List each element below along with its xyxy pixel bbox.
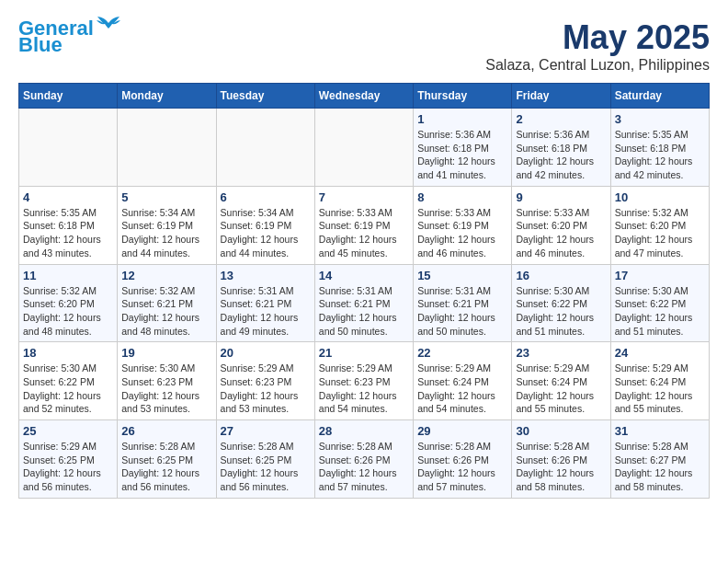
day-info: Sunrise: 5:28 AM Sunset: 6:25 PM Dayligh… <box>121 440 211 494</box>
calendar-cell: 22Sunrise: 5:29 AM Sunset: 6:24 PM Dayli… <box>414 342 512 420</box>
calendar-cell: 14Sunrise: 5:31 AM Sunset: 6:21 PM Dayli… <box>314 264 413 342</box>
day-number: 23 <box>516 346 606 360</box>
day-info: Sunrise: 5:33 AM Sunset: 6:20 PM Dayligh… <box>516 206 606 260</box>
day-info: Sunrise: 5:29 AM Sunset: 6:24 PM Dayligh… <box>615 362 705 416</box>
day-number: 21 <box>319 346 409 360</box>
calendar-cell: 30Sunrise: 5:28 AM Sunset: 6:26 PM Dayli… <box>512 420 610 499</box>
calendar-week-4: 18Sunrise: 5:30 AM Sunset: 6:22 PM Dayli… <box>19 342 710 420</box>
title-area: May 2025 Salaza, Central Luzon, Philippi… <box>485 18 710 74</box>
day-number: 12 <box>121 269 211 282</box>
calendar-cell: 7Sunrise: 5:33 AM Sunset: 6:19 PM Daylig… <box>314 186 413 264</box>
calendar-cell: 17Sunrise: 5:30 AM Sunset: 6:22 PM Dayli… <box>610 264 709 342</box>
calendar-cell: 28Sunrise: 5:28 AM Sunset: 6:26 PM Dayli… <box>314 420 413 499</box>
day-number: 8 <box>417 190 507 204</box>
day-info: Sunrise: 5:34 AM Sunset: 6:19 PM Dayligh… <box>121 206 211 260</box>
calendar-table: SundayMondayTuesdayWednesdayThursdayFrid… <box>18 83 710 499</box>
day-info: Sunrise: 5:28 AM Sunset: 6:26 PM Dayligh… <box>417 440 507 494</box>
day-info: Sunrise: 5:30 AM Sunset: 6:22 PM Dayligh… <box>516 284 606 339</box>
day-number: 18 <box>23 346 113 360</box>
calendar-cell: 8Sunrise: 5:33 AM Sunset: 6:19 PM Daylig… <box>414 186 512 264</box>
day-number: 25 <box>23 424 113 438</box>
day-info: Sunrise: 5:30 AM Sunset: 6:22 PM Dayligh… <box>23 362 113 416</box>
calendar-cell <box>19 109 118 187</box>
subtitle: Salaza, Central Luzon, Philippines <box>485 57 710 74</box>
header-friday: Friday <box>512 84 610 109</box>
header-sunday: Sunday <box>19 84 118 109</box>
header-wednesday: Wednesday <box>314 84 413 109</box>
day-info: Sunrise: 5:30 AM Sunset: 6:22 PM Dayligh… <box>615 284 705 339</box>
calendar-cell: 1Sunrise: 5:36 AM Sunset: 6:18 PM Daylig… <box>414 109 512 187</box>
day-number: 14 <box>319 269 409 282</box>
day-info: Sunrise: 5:31 AM Sunset: 6:21 PM Dayligh… <box>319 284 409 339</box>
main-title: May 2025 <box>485 18 710 57</box>
day-info: Sunrise: 5:28 AM Sunset: 6:26 PM Dayligh… <box>319 440 409 494</box>
day-number: 4 <box>23 190 113 204</box>
calendar-week-5: 25Sunrise: 5:29 AM Sunset: 6:25 PM Dayli… <box>19 420 710 499</box>
header-thursday: Thursday <box>414 84 512 109</box>
calendar-cell: 21Sunrise: 5:29 AM Sunset: 6:23 PM Dayli… <box>314 342 413 420</box>
day-number: 13 <box>221 269 311 282</box>
calendar-cell: 4Sunrise: 5:35 AM Sunset: 6:18 PM Daylig… <box>19 186 118 264</box>
header-saturday: Saturday <box>610 84 709 109</box>
day-info: Sunrise: 5:28 AM Sunset: 6:26 PM Dayligh… <box>516 440 606 494</box>
calendar-cell: 31Sunrise: 5:28 AM Sunset: 6:27 PM Dayli… <box>610 420 709 499</box>
calendar-cell: 9Sunrise: 5:33 AM Sunset: 6:20 PM Daylig… <box>512 186 610 264</box>
day-info: Sunrise: 5:31 AM Sunset: 6:21 PM Dayligh… <box>221 284 311 339</box>
calendar-cell <box>118 109 216 187</box>
day-info: Sunrise: 5:35 AM Sunset: 6:18 PM Dayligh… <box>615 128 705 182</box>
day-number: 24 <box>615 346 705 360</box>
calendar-week-3: 11Sunrise: 5:32 AM Sunset: 6:20 PM Dayli… <box>19 264 710 342</box>
calendar-cell: 6Sunrise: 5:34 AM Sunset: 6:19 PM Daylig… <box>216 186 314 264</box>
day-info: Sunrise: 5:30 AM Sunset: 6:23 PM Dayligh… <box>121 362 211 416</box>
day-info: Sunrise: 5:32 AM Sunset: 6:21 PM Dayligh… <box>121 284 211 339</box>
day-info: Sunrise: 5:29 AM Sunset: 6:23 PM Dayligh… <box>221 362 311 416</box>
day-info: Sunrise: 5:33 AM Sunset: 6:19 PM Dayligh… <box>417 206 507 260</box>
calendar-cell: 15Sunrise: 5:31 AM Sunset: 6:21 PM Dayli… <box>414 264 512 342</box>
calendar-cell: 18Sunrise: 5:30 AM Sunset: 6:22 PM Dayli… <box>19 342 118 420</box>
day-info: Sunrise: 5:35 AM Sunset: 6:18 PM Dayligh… <box>23 206 113 260</box>
calendar-cell: 19Sunrise: 5:30 AM Sunset: 6:23 PM Dayli… <box>118 342 216 420</box>
calendar-cell: 24Sunrise: 5:29 AM Sunset: 6:24 PM Dayli… <box>610 342 709 420</box>
day-info: Sunrise: 5:36 AM Sunset: 6:18 PM Dayligh… <box>417 128 507 182</box>
day-number: 22 <box>417 346 507 360</box>
header: General Blue May 2025 Salaza, Central Lu… <box>18 18 710 74</box>
logo-blue: Blue <box>18 35 63 55</box>
calendar-week-2: 4Sunrise: 5:35 AM Sunset: 6:18 PM Daylig… <box>19 186 710 264</box>
day-number: 16 <box>516 269 606 282</box>
calendar-cell: 10Sunrise: 5:32 AM Sunset: 6:20 PM Dayli… <box>610 186 709 264</box>
calendar-cell: 25Sunrise: 5:29 AM Sunset: 6:25 PM Dayli… <box>19 420 118 499</box>
calendar-cell: 11Sunrise: 5:32 AM Sunset: 6:20 PM Dayli… <box>19 264 118 342</box>
calendar-cell: 23Sunrise: 5:29 AM Sunset: 6:24 PM Dayli… <box>512 342 610 420</box>
day-number: 31 <box>615 424 705 438</box>
header-tuesday: Tuesday <box>216 84 314 109</box>
day-info: Sunrise: 5:28 AM Sunset: 6:25 PM Dayligh… <box>221 440 311 494</box>
calendar-cell: 13Sunrise: 5:31 AM Sunset: 6:21 PM Dayli… <box>216 264 314 342</box>
day-number: 9 <box>516 190 606 204</box>
day-number: 28 <box>319 424 409 438</box>
day-info: Sunrise: 5:28 AM Sunset: 6:27 PM Dayligh… <box>615 440 705 494</box>
calendar-cell: 26Sunrise: 5:28 AM Sunset: 6:25 PM Dayli… <box>118 420 216 499</box>
calendar-header-row: SundayMondayTuesdayWednesdayThursdayFrid… <box>19 84 710 109</box>
day-number: 29 <box>417 424 507 438</box>
calendar-cell: 2Sunrise: 5:36 AM Sunset: 6:18 PM Daylig… <box>512 109 610 187</box>
day-number: 26 <box>121 424 211 438</box>
day-info: Sunrise: 5:32 AM Sunset: 6:20 PM Dayligh… <box>615 206 705 260</box>
day-number: 5 <box>121 190 211 204</box>
calendar-cell: 5Sunrise: 5:34 AM Sunset: 6:19 PM Daylig… <box>118 186 216 264</box>
day-number: 1 <box>417 112 507 126</box>
calendar-cell: 12Sunrise: 5:32 AM Sunset: 6:21 PM Dayli… <box>118 264 216 342</box>
day-number: 27 <box>221 424 311 438</box>
day-info: Sunrise: 5:31 AM Sunset: 6:21 PM Dayligh… <box>417 284 507 339</box>
day-info: Sunrise: 5:36 AM Sunset: 6:18 PM Dayligh… <box>516 128 606 182</box>
calendar-cell: 3Sunrise: 5:35 AM Sunset: 6:18 PM Daylig… <box>610 109 709 187</box>
day-number: 2 <box>516 112 606 126</box>
day-number: 10 <box>615 190 705 204</box>
day-number: 20 <box>221 346 311 360</box>
day-number: 11 <box>23 269 113 282</box>
day-number: 6 <box>221 190 311 204</box>
day-number: 19 <box>121 346 211 360</box>
day-info: Sunrise: 5:29 AM Sunset: 6:24 PM Dayligh… <box>516 362 606 416</box>
day-number: 3 <box>615 112 705 126</box>
day-number: 15 <box>417 269 507 282</box>
day-info: Sunrise: 5:34 AM Sunset: 6:19 PM Dayligh… <box>221 206 311 260</box>
